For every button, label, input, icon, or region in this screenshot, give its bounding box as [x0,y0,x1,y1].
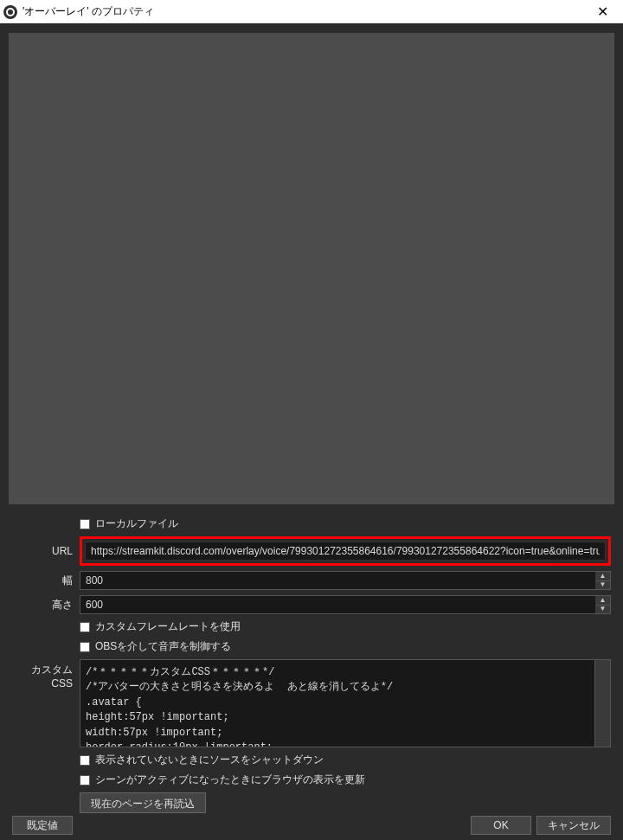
url-input[interactable] [85,542,606,561]
ok-button[interactable]: OK [471,816,531,835]
custom-css-label: カスタム CSS [12,659,80,689]
custom-fps-label: カスタムフレームレートを使用 [95,619,241,634]
cancel-button[interactable]: キャンセル [536,816,611,835]
local-file-checkbox[interactable] [80,519,90,529]
width-spin-down[interactable]: ▼ [595,581,610,590]
control-audio-checkbox[interactable] [80,642,90,652]
height-label: 高さ [12,598,80,612]
control-audio-label: OBSを介して音声を制御する [95,639,231,654]
width-input[interactable] [80,571,595,590]
bottom-bar: 既定値 OK キャンセル [0,811,623,840]
obs-icon [3,5,17,19]
window-title: 'オーバーレイ' のプロパティ [22,4,585,19]
refresh-on-active-label: シーンがアクティブになったときにブラウザの表示を更新 [95,773,365,787]
title-bar: 'オーバーレイ' のプロパティ ✕ [0,0,623,24]
preview-area [9,33,614,504]
url-label: URL [12,545,80,557]
refresh-on-active-checkbox[interactable] [80,775,90,785]
custom-css-textarea[interactable] [80,659,595,747]
shutdown-label: 表示されていないときにソースをシャットダウン [95,753,324,767]
height-spin-down[interactable]: ▼ [595,606,610,614]
url-highlight-box [80,536,611,566]
defaults-button[interactable]: 既定値 [12,816,73,835]
local-file-label: ローカルファイル [95,516,178,531]
height-spin-up[interactable]: ▲ [595,596,610,606]
shutdown-checkbox[interactable] [80,755,90,766]
close-button[interactable]: ✕ [585,3,620,20]
css-scrollbar[interactable] [595,659,611,747]
width-spin-up[interactable]: ▲ [595,572,610,581]
height-spinner[interactable]: ▲ ▼ [595,595,611,614]
form-area: ローカルファイル URL 幅 ▲ ▼ 高さ ▲ ▼ [0,513,623,822]
width-spinner[interactable]: ▲ ▼ [595,571,611,590]
width-label: 幅 [12,574,80,588]
height-input[interactable] [80,595,595,614]
custom-fps-checkbox[interactable] [80,622,90,632]
